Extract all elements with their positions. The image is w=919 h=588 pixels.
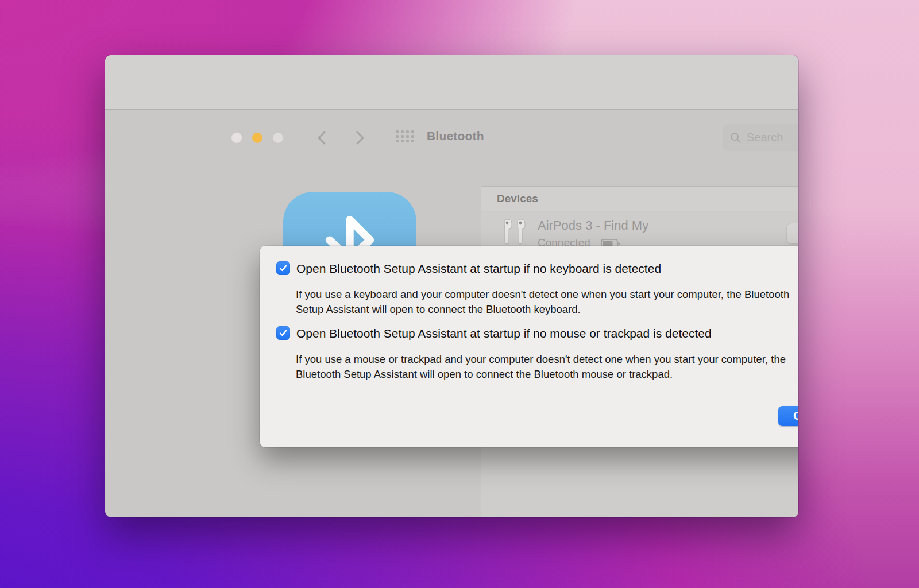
- keyboard-option-label: Open Bluetooth Setup Assistant at startu…: [296, 261, 661, 276]
- mouse-option-label: Open Bluetooth Setup Assistant at startu…: [296, 326, 712, 341]
- keyboard-option-row: Open Bluetooth Setup Assistant at startu…: [276, 261, 661, 276]
- checkmark-icon: [279, 328, 288, 338]
- airpods-icon: [499, 218, 532, 248]
- bluetooth-setup-assistant-sheet: Open Bluetooth Setup Assistant at startu…: [260, 246, 798, 447]
- ok-button-label: OK: [793, 409, 798, 423]
- mouse-option-checkbox[interactable]: [276, 326, 290, 340]
- keyboard-option-description: If you use a keyboard and your computer …: [296, 287, 798, 317]
- options-button[interactable]: Options: [786, 223, 798, 244]
- devices-header: Devices: [481, 187, 798, 211]
- device-name: AirPods 3 - Find My: [538, 218, 648, 233]
- checkmark-icon: [279, 264, 288, 273]
- mouse-option-description: If you use a mouse or trackpad and your …: [296, 352, 798, 382]
- toolbar: Bluetooth: [105, 55, 798, 110]
- keyboard-option-checkbox[interactable]: [276, 261, 290, 275]
- devices-header-label: Devices: [497, 192, 538, 205]
- ok-button[interactable]: OK: [778, 406, 798, 426]
- system-preferences-window: Bluetooth Devices: [105, 55, 798, 517]
- mouse-option-row: Open Bluetooth Setup Assistant at startu…: [276, 326, 712, 341]
